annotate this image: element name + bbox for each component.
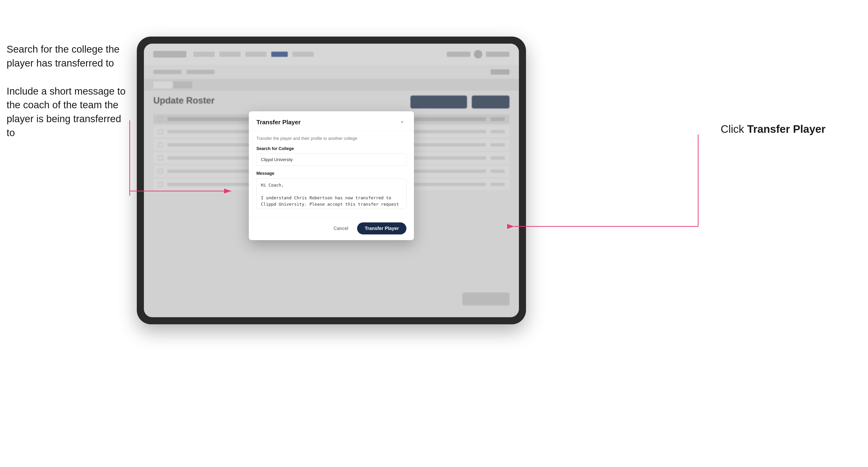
- modal-title: Transfer Player: [256, 119, 301, 126]
- search-college-input[interactable]: [256, 154, 406, 166]
- modal-subtitle: Transfer the player and their profile to…: [256, 136, 406, 141]
- transfer-player-modal: Transfer Player × Transfer the player an…: [249, 111, 414, 240]
- transfer-player-button[interactable]: Transfer Player: [357, 222, 406, 235]
- cancel-button[interactable]: Cancel: [329, 223, 353, 234]
- ipad-screen: Update Roster: [144, 44, 519, 317]
- annotation-click-prefix: Click: [720, 123, 747, 135]
- left-annotations: Search for the college the player has tr…: [7, 42, 129, 140]
- message-textarea[interactable]: Hi Coach, I understand Chris Robertson h…: [256, 178, 406, 209]
- annotation-message-text: Include a short message to the coach of …: [7, 85, 129, 140]
- modal-header: Transfer Player ×: [249, 111, 414, 131]
- right-annotation: Click Transfer Player: [720, 123, 826, 135]
- search-college-label: Search for College: [256, 146, 406, 151]
- modal-body: Transfer the player and their profile to…: [249, 131, 414, 218]
- annotation-search-text: Search for the college the player has tr…: [7, 42, 129, 70]
- message-label: Message: [256, 171, 406, 176]
- modal-close-button[interactable]: ×: [398, 118, 406, 126]
- modal-footer: Cancel Transfer Player: [249, 218, 414, 240]
- ipad-device: Update Roster: [137, 36, 526, 324]
- annotation-transfer-label: Transfer Player: [747, 123, 826, 135]
